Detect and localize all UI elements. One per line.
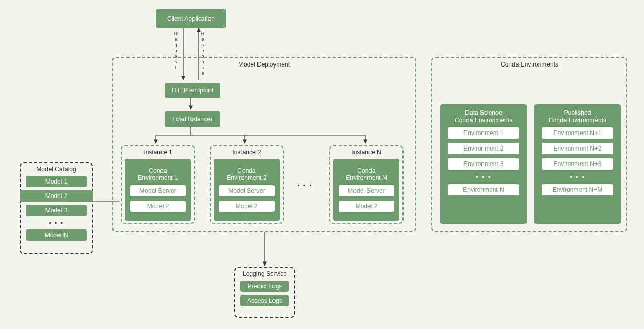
data-science-env-title: Data Science Conda Environments — [455, 109, 512, 124]
model-deployment-container: Model Deployment HTTP endpoint Load Bala… — [112, 57, 416, 232]
conda-environments-container: Conda Environments Data Science Conda En… — [431, 57, 627, 232]
instance-2-env-box: Conda Environment 2 Model Server Model 2 — [214, 159, 280, 221]
instance-n-title: Instance N — [330, 149, 403, 156]
pub-env-m: Environment N+M — [541, 184, 614, 196]
conda-environments-title: Conda Environments — [432, 61, 626, 68]
model-catalog-item-2: Model 2 — [20, 190, 93, 202]
model-catalog-title: Model Catalog — [21, 166, 92, 173]
pub-env-2: Environment N+2 — [541, 142, 614, 155]
pub-env-3: Environment N+3 — [541, 158, 614, 170]
instance-n-model: Model 2 — [338, 200, 395, 212]
load-balancer-label: Load Balancer — [172, 116, 212, 123]
instance-n-model-server: Model Server — [338, 185, 395, 197]
model-catalog-item-n: Model N — [26, 229, 87, 241]
instance-2-env-label: Conda Environment 2 — [227, 167, 266, 182]
instance-1-model-server: Model Server — [130, 185, 186, 197]
model-catalog-ellipsis-icon: ▪ ▪ ▪ — [26, 219, 87, 226]
data-science-env-group: Data Science Conda Environments Environm… — [440, 104, 527, 224]
http-endpoint-box: HTTP endpoint — [165, 83, 220, 98]
load-balancer-box: Load Balancer — [165, 111, 220, 127]
ds-env-2: Environment 2 — [447, 142, 520, 155]
ds-env-n: Environment N — [447, 184, 520, 196]
client-application-label: Client Application — [167, 15, 215, 22]
logging-service-title: Logging Service — [235, 270, 294, 277]
predict-logs-box: Predict Logs — [240, 281, 289, 292]
instance-2-model: Model 2 — [218, 200, 275, 212]
instance-ellipsis-icon: ▪ ▪ ▪ — [297, 182, 312, 189]
client-application-box: Client Application — [156, 9, 226, 28]
instance-2-container: Instance 2 Conda Environment 2 Model Ser… — [210, 145, 284, 224]
instance-1-title: Instance 1 — [122, 149, 194, 156]
logging-service-container: Logging Service Predict Logs Access Logs — [234, 267, 295, 318]
ds-env-ellipsis-icon: ▪ ▪ ▪ — [476, 173, 491, 180]
published-env-title: Published Conda Environments — [549, 109, 606, 124]
instance-1-model: Model 2 — [130, 200, 186, 212]
instance-n-container: Instance N Conda Environment N Model Ser… — [329, 145, 404, 224]
published-env-group: Published Conda Environments Environment… — [534, 104, 621, 224]
model-catalog-item-1: Model 1 — [26, 176, 87, 187]
model-deployment-title: Model Deployment — [113, 61, 415, 68]
ds-env-1: Environment 1 — [447, 127, 520, 139]
ds-env-3: Environment 3 — [447, 158, 520, 170]
access-logs-box: Access Logs — [240, 295, 289, 306]
instance-2-model-server: Model Server — [218, 185, 275, 197]
http-endpoint-label: HTTP endpoint — [172, 87, 214, 94]
instance-n-env-label: Conda Environment N — [346, 167, 387, 182]
model-catalog-container: Model Catalog Model 1 Model 2 Model 3 ▪ … — [20, 162, 93, 254]
instance-n-env-box: Conda Environment N Model Server Model 2 — [333, 159, 399, 221]
instance-2-title: Instance 2 — [211, 149, 283, 156]
instance-1-env-label: Conda Environment 1 — [138, 167, 178, 182]
pub-env-ellipsis-icon: ▪ ▪ ▪ — [570, 173, 585, 180]
instance-1-env-box: Conda Environment 1 Model Server Model 2 — [125, 159, 191, 221]
instance-1-container: Instance 1 Conda Environment 1 Model Ser… — [121, 145, 195, 224]
pub-env-1: Environment N+1 — [541, 127, 614, 139]
model-catalog-item-3: Model 3 — [26, 205, 87, 216]
